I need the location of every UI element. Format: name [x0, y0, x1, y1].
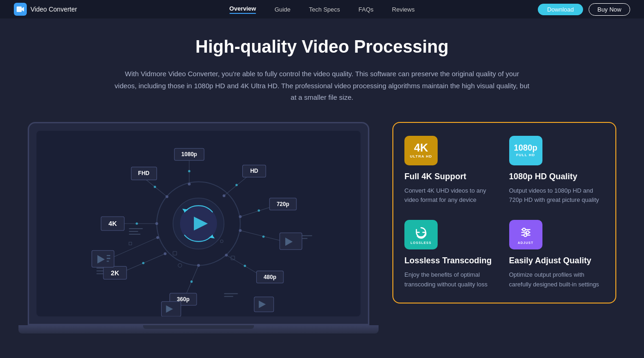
svg-rect-74: [107, 261, 109, 261]
badge-adjust-label: ADJUST: [518, 241, 533, 244]
app-title: Video Converter: [30, 6, 77, 13]
laptop-screen: 4K FHD 1080p HD 720p: [36, 131, 361, 316]
laptop-body: 4K FHD 1080p HD 720p: [28, 122, 369, 325]
svg-point-9: [156, 222, 158, 225]
download-button[interactable]: Download: [538, 4, 583, 15]
svg-point-30: [188, 170, 190, 172]
feature-lossless-desc: Enjoy the benefits of optimal transcodin…: [404, 270, 500, 290]
content-area: 4K FHD 1080p HD 720p: [28, 122, 616, 334]
badge-adjust: ADJUST: [509, 220, 542, 249]
badge-4k-main: 4K: [414, 142, 428, 153]
feature-lossless: LOSSLESS Lossless Transcoding Enjoy the …: [404, 220, 500, 290]
page-title: High-quality Video Processing: [28, 37, 616, 57]
nav-links: Overview Guide Tech Specs FAQs Reviews: [229, 5, 415, 14]
nav-overview[interactable]: Overview: [229, 5, 256, 14]
svg-point-15: [223, 194, 225, 197]
laptop-illustration: 4K FHD 1080p HD 720p: [28, 122, 379, 334]
nav-techspecs[interactable]: Tech Specs: [309, 6, 340, 13]
buy-button[interactable]: Buy Now: [589, 3, 630, 16]
badge-lossless-label: LOSSLESS: [410, 241, 431, 244]
svg-point-23: [197, 264, 200, 267]
nav-actions: Download Buy Now: [538, 3, 630, 16]
lossless-icon: [414, 225, 428, 240]
laptop-base: [18, 325, 379, 334]
feature-1080p: 1080p FULL HD 1080p HD Quality Output vi…: [509, 136, 605, 206]
svg-point-21: [225, 254, 228, 256]
nav-guide[interactable]: Guide: [275, 6, 291, 13]
svg-point-34: [244, 264, 246, 267]
nav-logo: Video Converter: [14, 3, 77, 16]
adjust-icon: [518, 225, 533, 240]
svg-point-29: [154, 186, 156, 188]
svg-rect-48: [224, 296, 233, 297]
svg-point-25: [164, 252, 167, 255]
badge-1080p-sub: FULL HD: [516, 153, 535, 157]
badge-lossless: LOSSLESS: [404, 220, 438, 249]
svg-point-17: [239, 215, 241, 218]
svg-text:480p: 480p: [264, 273, 276, 280]
badge-1080p-main: 1080p: [514, 144, 537, 152]
nav-faqs[interactable]: FAQs: [359, 6, 374, 13]
svg-rect-73: [107, 258, 110, 259]
badge-4k: 4K ULTRA HD: [404, 136, 438, 165]
svg-point-35: [190, 280, 193, 283]
svg-point-19: [239, 229, 241, 232]
svg-rect-47: [224, 293, 238, 294]
feature-adjust-desc: Optimize output profiles with carefully …: [509, 270, 605, 290]
badge-1080p: 1080p FULL HD: [509, 136, 542, 165]
app-logo-icon: [14, 3, 27, 16]
navbar: Video Converter Overview Guide Tech Spec…: [0, 0, 644, 18]
laptop-stand: [143, 325, 254, 329]
badge-4k-sub: ULTRA HD: [410, 154, 432, 158]
svg-point-31: [235, 184, 238, 186]
svg-text:4K: 4K: [108, 220, 117, 227]
feature-4k-title: Full 4K Support: [404, 172, 500, 182]
feature-adjust: ADJUST Easily Adjust Quality Optimize ou…: [509, 220, 605, 290]
svg-point-81: [524, 234, 527, 237]
svg-point-33: [262, 235, 265, 237]
page-description: With Vidmore Video Converter, you're abl…: [114, 68, 530, 103]
svg-text:2K: 2K: [111, 269, 120, 276]
svg-point-79: [523, 228, 525, 231]
svg-point-28: [136, 222, 138, 225]
svg-point-11: [166, 195, 169, 198]
svg-rect-0: [17, 6, 22, 12]
svg-point-13: [188, 182, 191, 185]
svg-rect-44: [129, 234, 140, 235]
feature-lossless-title: Lossless Transcoding: [404, 256, 500, 266]
svg-point-32: [258, 209, 260, 212]
features-panel: 4K ULTRA HD Full 4K Support Convert 4K U…: [392, 122, 616, 303]
feature-4k: 4K ULTRA HD Full 4K Support Convert 4K U…: [404, 136, 500, 206]
svg-point-27: [156, 236, 159, 239]
svg-rect-42: [129, 228, 143, 229]
feature-4k-desc: Convert 4K UHD videos to any video forma…: [404, 186, 500, 206]
feature-adjust-title: Easily Adjust Quality: [509, 256, 605, 266]
feature-1080p-desc: Output videos to 1080p HD and 720p HD wi…: [509, 186, 605, 206]
svg-rect-72: [107, 255, 110, 256]
svg-text:1080p: 1080p: [181, 151, 197, 158]
feature-1080p-title: 1080p HD Quality: [509, 172, 605, 182]
svg-rect-43: [129, 231, 138, 232]
svg-point-80: [526, 231, 529, 234]
svg-text:HD: HD: [250, 168, 259, 174]
nav-reviews[interactable]: Reviews: [392, 6, 415, 13]
main-content: High-quality Video Processing With Vidmo…: [0, 18, 644, 343]
svg-text:720p: 720p: [277, 200, 289, 207]
svg-text:FHD: FHD: [138, 170, 150, 176]
svg-point-36: [142, 261, 144, 264]
